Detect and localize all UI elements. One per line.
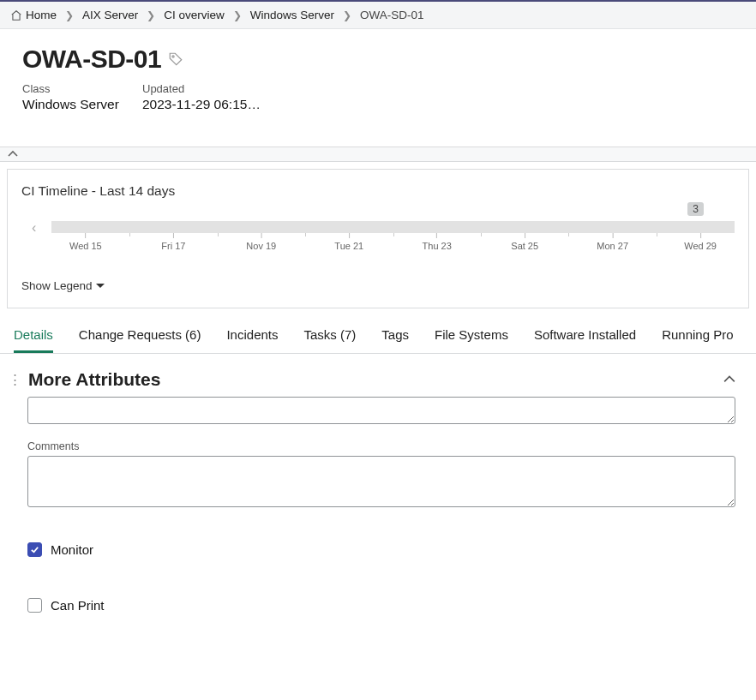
monitor-checkbox[interactable] bbox=[27, 542, 42, 557]
section-title-more-attributes: More Attributes bbox=[28, 369, 715, 390]
breadcrumb-item-overview[interactable]: CI overview bbox=[164, 9, 225, 21]
ci-timeline-panel: CI Timeline - Last 14 days ‹ 3 Wed 15Fri… bbox=[7, 169, 749, 308]
tab-incidents[interactable]: Incidents bbox=[226, 317, 278, 353]
class-label: Class bbox=[22, 82, 125, 95]
timeline-title: CI Timeline - Last 14 days bbox=[21, 183, 735, 199]
timeline-tick: Sat 25 bbox=[511, 233, 538, 251]
timeline-event-badge[interactable]: 3 bbox=[687, 202, 704, 216]
tab-details[interactable]: Details bbox=[14, 317, 53, 353]
chevron-right-icon: ❯ bbox=[338, 9, 357, 21]
collapse-bar bbox=[0, 147, 756, 162]
breadcrumb-item-aix[interactable]: AIX Server bbox=[82, 9, 138, 21]
timeline-track[interactable] bbox=[51, 221, 735, 233]
home-icon bbox=[10, 9, 22, 21]
svg-point-0 bbox=[172, 56, 174, 57]
timeline-tick: Mon 27 bbox=[597, 233, 628, 251]
class-value: Windows Server bbox=[22, 97, 125, 112]
timeline-tick: Thu 23 bbox=[423, 233, 452, 251]
updated-value: 2023-11-29 06:15… bbox=[142, 97, 261, 112]
collapse-toggle[interactable] bbox=[5, 148, 21, 160]
drag-handle-icon[interactable]: ⋮ bbox=[9, 372, 20, 387]
breadcrumb-current: OWA-SD-01 bbox=[360, 9, 424, 21]
timeline-tick: Fri 17 bbox=[161, 233, 185, 251]
chevron-right-icon: ❯ bbox=[141, 9, 160, 21]
tab-software-installed[interactable]: Software Installed bbox=[534, 317, 636, 353]
chevron-up-icon[interactable] bbox=[723, 375, 735, 384]
breadcrumb-home[interactable]: Home bbox=[26, 9, 57, 21]
tab-running-processes[interactable]: Running Pro bbox=[662, 317, 733, 353]
tab-tasks[interactable]: Tasks (7) bbox=[304, 317, 357, 353]
can-print-label: Can Print bbox=[51, 598, 105, 613]
tab-bar: Details Change Requests (6) Incidents Ta… bbox=[0, 317, 756, 354]
show-legend-label: Show Legend bbox=[21, 279, 93, 292]
timeline-tick: Nov 19 bbox=[246, 233, 276, 251]
breadcrumb-item-windows[interactable]: Windows Server bbox=[250, 9, 334, 21]
tab-change-requests[interactable]: Change Requests (6) bbox=[79, 317, 201, 353]
attribute-textarea-1[interactable] bbox=[27, 397, 735, 424]
details-section: ⋮ More Attributes Comments Monitor Can P… bbox=[0, 354, 756, 647]
updated-label: Updated bbox=[142, 82, 261, 95]
timeline-tick: Wed 29 bbox=[684, 233, 717, 251]
comments-label: Comments bbox=[27, 440, 735, 452]
can-print-checkbox[interactable] bbox=[27, 598, 42, 613]
show-legend-toggle[interactable]: Show Legend bbox=[21, 279, 105, 292]
breadcrumb: Home ❯ AIX Server ❯ CI overview ❯ Window… bbox=[0, 2, 756, 29]
comments-textarea[interactable] bbox=[27, 456, 735, 507]
timeline-tick: Tue 21 bbox=[334, 233, 363, 251]
monitor-label: Monitor bbox=[51, 542, 93, 557]
chevron-right-icon: ❯ bbox=[60, 9, 79, 21]
timeline-tick: Wed 15 bbox=[69, 233, 102, 251]
chevron-right-icon: ❯ bbox=[228, 9, 247, 21]
tag-icon[interactable] bbox=[168, 51, 183, 67]
tab-tags[interactable]: Tags bbox=[381, 317, 409, 353]
timeline-scroll-left[interactable]: ‹ bbox=[32, 220, 36, 236]
timeline-axis: Wed 15Fri 17Nov 19Tue 21Thu 23Sat 25Mon … bbox=[51, 233, 735, 259]
page-header: OWA-SD-01 Class Windows Server Updated 2… bbox=[0, 29, 756, 121]
tab-file-systems[interactable]: File Systems bbox=[435, 317, 508, 353]
page-title: OWA-SD-01 bbox=[22, 45, 161, 74]
